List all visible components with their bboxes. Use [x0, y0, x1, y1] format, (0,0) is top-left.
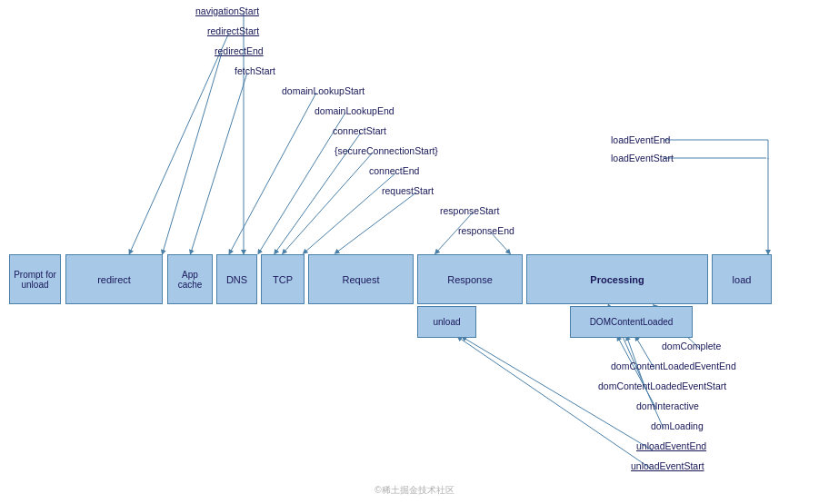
phase-dns: DNS [216, 254, 257, 304]
label-domContentLoadedEventEnd: domContentLoadedEventEnd [611, 361, 736, 371]
phase-response: Response [417, 254, 523, 304]
timing-diagram-svg [0, 0, 829, 504]
label-responseEnd: responseEnd [458, 225, 514, 236]
label-unloadEventEnd: unloadEventEnd [636, 440, 706, 451]
svg-line-9 [336, 193, 416, 252]
phase-appcache: Appcache [167, 254, 213, 304]
label-loadEventEnd: loadEventEnd [611, 134, 670, 145]
label-unloadEventStart: unloadEventStart [631, 460, 704, 471]
svg-line-2 [163, 53, 222, 252]
svg-line-7 [284, 153, 373, 252]
phase-domcontentloaded: DOMContentLoaded [570, 306, 693, 338]
label-secureConnectionStart: {secureConnectionStart} [335, 145, 438, 156]
phase-request: Request [308, 254, 414, 304]
label-loadEventStart: loadEventStart [611, 153, 674, 163]
svg-line-21 [464, 338, 653, 450]
phase-redirect: redirect [65, 254, 163, 304]
label-domainLookupEnd: domainLookupEnd [315, 105, 395, 116]
label-redirectStart: redirectStart [207, 25, 259, 36]
label-connectEnd: connectEnd [369, 165, 419, 176]
label-domContentLoadedEventStart: domContentLoadedEventStart [598, 380, 726, 391]
label-navigationStart: navigationStart [195, 5, 259, 16]
label-domInteractive: domInteractive [636, 400, 699, 411]
phase-load: load [712, 254, 772, 304]
label-fetchStart: fetchStart [235, 65, 275, 76]
watermark: ©稀土掘金技术社区 [375, 484, 454, 497]
phase-unload: unload [417, 306, 476, 338]
phase-tcp: TCP [261, 254, 305, 304]
phase-processing: Processing [526, 254, 708, 304]
svg-line-1 [130, 33, 229, 252]
label-requestStart: requestStart [382, 185, 434, 196]
svg-line-19 [618, 338, 656, 409]
label-redirectEnd: redirectEnd [215, 45, 264, 56]
svg-line-22 [459, 338, 651, 469]
label-responseStart: responseStart [440, 205, 499, 216]
label-domLoading: domLoading [651, 420, 704, 431]
svg-line-4 [230, 93, 316, 252]
label-domainLookupStart: domainLookupStart [282, 85, 365, 96]
label-domComplete: domComplete [662, 341, 721, 351]
phase-prompt: Prompt for unload [9, 254, 61, 304]
label-connectStart: connectStart [333, 125, 386, 136]
diagram-container: Prompt for unload redirect Appcache DNS … [0, 0, 829, 504]
